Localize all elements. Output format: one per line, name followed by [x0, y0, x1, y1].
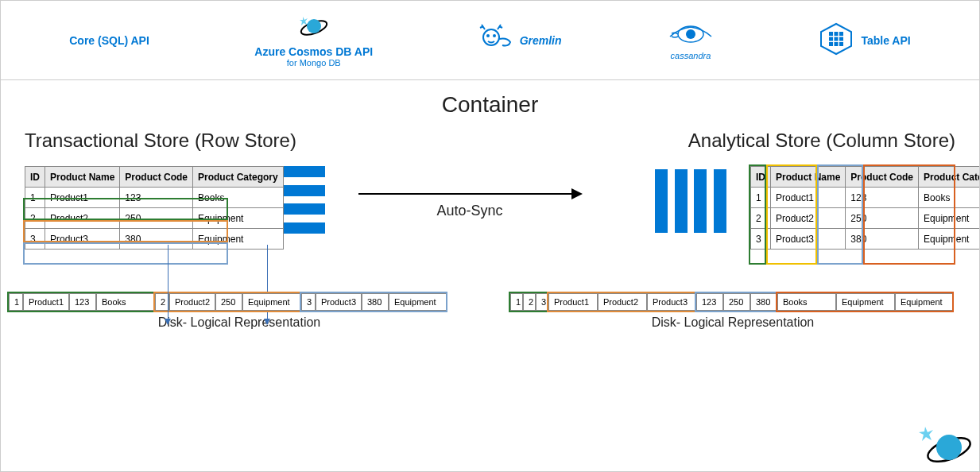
td: 3: [751, 229, 771, 250]
disk-cell: Product3: [316, 293, 362, 311]
td: Books: [919, 188, 980, 208]
td: 250: [120, 208, 193, 229]
th-id: ID: [751, 167, 771, 188]
api-label: Table API: [861, 34, 910, 47]
api-cassandra: cassandra: [667, 21, 715, 60]
td: 123: [120, 188, 193, 208]
disk-left: 1Product1123Books2Product2250Equipment3P…: [9, 293, 470, 330]
td: 2: [751, 208, 771, 229]
svg-rect-9: [829, 32, 833, 36]
disk-cell: Equipment: [242, 293, 301, 311]
svg-point-4: [486, 34, 490, 37]
down-arrow-right: [168, 245, 168, 324]
svg-point-1: [307, 19, 321, 33]
disk-cell: 123: [69, 293, 96, 311]
disk-label-left: Disk- Logical Representation: [9, 315, 470, 330]
stores-area: Transactional Store (Row Store) ID Produ…: [1, 126, 979, 330]
svg-marker-2: [300, 17, 308, 25]
disk-cell: Equipment: [836, 293, 895, 311]
svg-rect-12: [829, 37, 833, 41]
td: Product1: [45, 188, 120, 208]
table-icon: [819, 22, 853, 56]
th-id: ID: [25, 167, 45, 188]
api-label: Gremlin: [520, 34, 562, 47]
td: 123: [846, 188, 919, 208]
disk-cell: 1: [9, 293, 23, 311]
disk-cell: 250: [723, 293, 750, 311]
store-title-left: Transactional Store (Row Store): [25, 130, 470, 152]
disk-cell: Equipment: [895, 293, 954, 311]
th-name: Product Name: [45, 167, 120, 188]
svg-rect-16: [835, 42, 839, 46]
store-title-right: Analytical Store (Column Store): [510, 130, 955, 152]
td: Equipment: [919, 229, 980, 250]
disk-cell: 380: [362, 293, 389, 311]
svg-rect-14: [839, 37, 843, 41]
sync-arrow: Auto-Sync: [358, 169, 581, 219]
disk-cell: Product3: [647, 293, 696, 311]
arrow-line: [358, 193, 581, 195]
api-label: Core (SQL) API: [69, 34, 149, 47]
td: 380: [846, 229, 919, 250]
td: Product1: [771, 188, 846, 208]
td: 380: [120, 229, 193, 250]
th-name: Product Name: [771, 167, 846, 188]
disk-right: 123Product1Product2Product3123250380Book…: [510, 293, 955, 330]
row-table: ID Product Name Product Code Product Cat…: [25, 166, 284, 250]
disk-cell: Product1: [23, 293, 69, 311]
svg-rect-11: [839, 32, 843, 36]
td: Product2: [45, 208, 120, 229]
col-table: ID Product Name Product Code Product Cat…: [750, 166, 980, 250]
disk-row-right: 123Product1Product2Product3123250380Book…: [510, 293, 955, 311]
container-title: Container: [1, 92, 979, 118]
disk-row-left: 1Product1123Books2Product2250Equipment3P…: [9, 293, 470, 311]
disk-cell: Books: [96, 293, 155, 311]
disk-cell: Product2: [169, 293, 215, 311]
disk-cell: 380: [750, 293, 777, 311]
svg-rect-15: [829, 42, 833, 46]
down-arrow-left: [267, 245, 268, 324]
td: Books: [193, 188, 284, 208]
svg-marker-20: [919, 427, 933, 441]
td: Equipment: [919, 208, 980, 229]
svg-rect-10: [835, 32, 839, 36]
gremlin-icon: [478, 23, 513, 55]
col-table-wrap: ID Product Name Product Code Product Cat…: [750, 166, 955, 250]
th-code: Product Code: [846, 167, 919, 188]
api-sublabel: for Mongo DB: [287, 58, 341, 68]
td: 250: [846, 208, 919, 229]
api-bar: Core (SQL) API Azure Cosmos DB API for M…: [1, 1, 979, 80]
disk-cell: Product1: [548, 293, 598, 311]
cosmos-corner-logo: [917, 422, 973, 470]
svg-point-7: [686, 29, 695, 39]
api-table: Table API: [819, 22, 910, 59]
th-cat: Product Category: [919, 167, 980, 188]
cosmos-icon: [298, 14, 330, 42]
td: 3: [25, 229, 45, 250]
svg-rect-17: [839, 42, 843, 46]
analytical-store: Analytical Store (Column Store) ID Produ…: [510, 126, 955, 330]
api-cosmos-mongo: Azure Cosmos DB API for Mongo DB: [254, 14, 373, 68]
th-code: Product Code: [120, 167, 193, 188]
td: 1: [751, 188, 771, 208]
disk-label-right: Disk- Logical Representation: [510, 315, 955, 330]
api-label: Azure Cosmos DB API: [254, 45, 373, 58]
transactional-store: Transactional Store (Row Store) ID Produ…: [25, 126, 470, 330]
svg-rect-13: [835, 37, 839, 41]
td: Product3: [45, 229, 120, 250]
td: Product2: [771, 208, 846, 229]
svg-point-5: [493, 34, 496, 37]
td: Equipment: [193, 208, 284, 229]
disk-cell: Equipment: [389, 293, 447, 311]
svg-point-19: [936, 435, 962, 460]
arrow-label: Auto-Sync: [358, 203, 581, 219]
api-label: cassandra: [671, 51, 711, 60]
disk-cell: 2: [523, 293, 536, 311]
td: 2: [25, 208, 45, 229]
disk-cell: Books: [777, 293, 836, 311]
td: 1: [25, 188, 45, 208]
disk-cell: 123: [696, 293, 723, 311]
disk-cell: 1: [510, 293, 523, 311]
td: Product3: [771, 229, 846, 250]
th-cat: Product Category: [193, 167, 284, 188]
